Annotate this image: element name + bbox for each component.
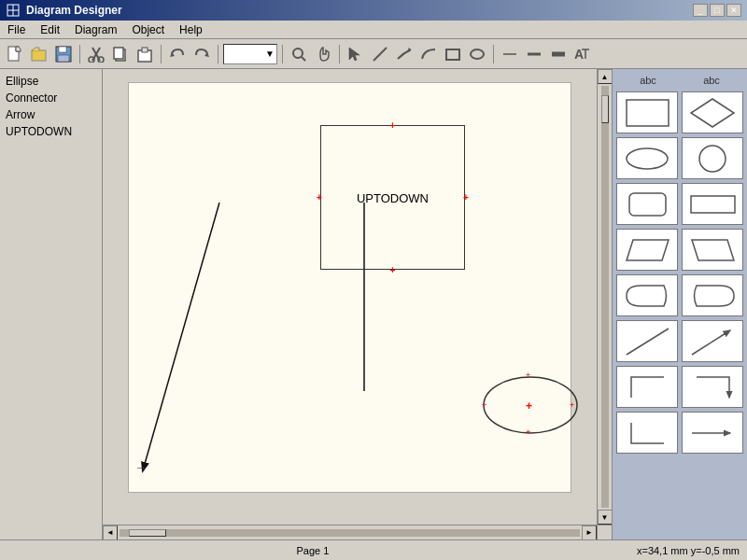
thumb-ellipse-wide[interactable] xyxy=(616,137,678,179)
svg-rect-5 xyxy=(32,50,46,61)
shape-item-ellipse[interactable]: Ellipse xyxy=(2,73,100,90)
arrow-endpoint: → xyxy=(137,464,145,471)
thumb-corner-r[interactable] xyxy=(682,366,743,408)
toolbar: 100% ▼ A xyxy=(0,39,747,69)
scroll-track-v[interactable] xyxy=(601,86,609,508)
line-tool-button[interactable] xyxy=(369,43,391,65)
thumb-line-diag2[interactable] xyxy=(682,320,743,362)
shape-item-connector[interactable]: Connector xyxy=(2,90,100,106)
thumb-parallelogram-l[interactable] xyxy=(616,229,678,271)
svg-rect-7 xyxy=(59,47,66,52)
thumb-rectangle[interactable] xyxy=(616,91,678,133)
rect-shape[interactable]: + + + + UPTODOWN xyxy=(320,125,465,270)
open-button[interactable] xyxy=(28,43,50,65)
menu-help[interactable]: Help xyxy=(176,22,206,37)
right-panel-header: abc abc xyxy=(616,73,743,88)
svg-marker-4 xyxy=(16,47,21,51)
svg-text:+: + xyxy=(526,427,530,437)
connector-tool-button[interactable] xyxy=(393,43,416,65)
arc-tool-button[interactable] xyxy=(417,43,440,65)
svg-marker-47 xyxy=(627,240,669,260)
thumb-diamond[interactable] xyxy=(682,91,743,133)
thumb-stadium-r[interactable] xyxy=(682,274,743,316)
sep5 xyxy=(339,45,340,63)
line-thin-button[interactable] xyxy=(499,43,521,65)
app-icon xyxy=(6,3,21,18)
svg-rect-45 xyxy=(629,193,666,216)
menu-diagram[interactable]: Diagram xyxy=(71,22,120,37)
thumb-circle[interactable] xyxy=(682,137,743,179)
svg-rect-14 xyxy=(114,48,123,59)
marker-right-mid: + xyxy=(462,194,470,202)
title-bar: Diagram Designer _ □ ✕ xyxy=(0,0,747,21)
shape-item-uptodown[interactable]: UPTODOWN xyxy=(2,123,100,140)
rect-label: UPTODOWN xyxy=(357,190,429,204)
rect-tool-button[interactable] xyxy=(442,43,464,65)
horizontal-scrollbar[interactable]: ◄ ► xyxy=(103,525,597,539)
redo-button[interactable] xyxy=(190,43,213,65)
thumb-line-diag1[interactable] xyxy=(616,320,678,362)
cut-button[interactable] xyxy=(85,43,107,65)
sep3 xyxy=(218,45,218,63)
ellipse-tool-button[interactable] xyxy=(466,43,488,65)
save-button[interactable] xyxy=(52,43,75,65)
svg-marker-48 xyxy=(692,240,734,260)
maximize-button[interactable]: □ xyxy=(710,4,725,17)
select-tool-button[interactable] xyxy=(345,43,367,65)
zoom-tool-button[interactable] xyxy=(288,43,310,65)
scroll-track-h[interactable] xyxy=(120,529,580,537)
svg-line-50 xyxy=(692,330,730,355)
vertical-scrollbar[interactable]: ▲ ▼ xyxy=(597,69,612,525)
line-thick-button[interactable] xyxy=(547,43,570,65)
svg-line-20 xyxy=(302,57,305,61)
window-controls: _ □ ✕ xyxy=(693,4,741,17)
zoom-dropdown-arrow[interactable]: ▼ xyxy=(265,49,275,59)
coords-indicator: x=34,1 mm y=-0,5 mm xyxy=(637,545,740,556)
close-button[interactable]: ✕ xyxy=(726,4,741,17)
new-button[interactable] xyxy=(4,43,26,65)
menu-edit[interactable]: Edit xyxy=(36,22,63,37)
svg-point-19 xyxy=(293,49,303,58)
svg-rect-46 xyxy=(691,196,735,213)
status-bar: Page 1 x=34,1 mm y=-0,5 mm xyxy=(0,539,747,560)
minimize-button[interactable]: _ xyxy=(693,4,708,17)
sep1 xyxy=(79,45,80,63)
svg-line-49 xyxy=(627,329,669,355)
right-panel: abc abc xyxy=(612,69,747,539)
scroll-right-button[interactable]: ► xyxy=(582,525,597,540)
scroll-left-button[interactable]: ◄ xyxy=(103,525,118,540)
scroll-thumb-v[interactable] xyxy=(601,95,609,123)
scroll-down-button[interactable]: ▼ xyxy=(598,510,613,525)
copy-button[interactable] xyxy=(109,43,132,65)
thumb-stadium-l[interactable] xyxy=(616,274,678,316)
scroll-thumb-h[interactable] xyxy=(129,529,166,537)
svg-marker-42 xyxy=(691,99,734,127)
main-area: Ellipse Connector Arrow UPTODOWN xyxy=(0,69,747,539)
text-button[interactable]: A xyxy=(571,43,594,65)
right-header-label1: abc xyxy=(640,75,656,86)
marker-bottom-center: + xyxy=(389,266,397,273)
svg-line-32 xyxy=(143,203,219,470)
zoom-input[interactable]: 100% xyxy=(226,48,265,61)
app-title: Diagram Designer xyxy=(6,3,122,18)
thumb-bracket[interactable] xyxy=(616,412,678,454)
thumb-rounded-rect[interactable] xyxy=(616,183,678,225)
page-indicator: Page 1 xyxy=(7,545,618,556)
shape-item-arrow[interactable]: Arrow xyxy=(2,106,100,123)
canvas[interactable]: + + + + UPTODOWN + + + + xyxy=(128,82,571,493)
line-medium-button[interactable] xyxy=(523,43,545,65)
scroll-up-button[interactable]: ▲ xyxy=(598,69,613,84)
menu-file[interactable]: File xyxy=(4,22,29,37)
undo-button[interactable] xyxy=(166,43,189,65)
hand-tool-button[interactable] xyxy=(312,43,334,65)
zoom-combo[interactable]: 100% ▼ xyxy=(223,44,277,64)
ellipse-shape[interactable]: + + + + + xyxy=(479,372,582,438)
thumb-arrow-right[interactable] xyxy=(682,412,743,454)
paste-button[interactable] xyxy=(134,43,156,65)
thumb-wide-rect[interactable] xyxy=(682,183,743,225)
menu-object[interactable]: Object xyxy=(128,22,168,37)
svg-marker-18 xyxy=(204,52,209,57)
thumb-parallelogram-r[interactable] xyxy=(682,229,743,271)
thumb-corner-l[interactable] xyxy=(616,366,678,408)
svg-text:+: + xyxy=(482,400,486,410)
